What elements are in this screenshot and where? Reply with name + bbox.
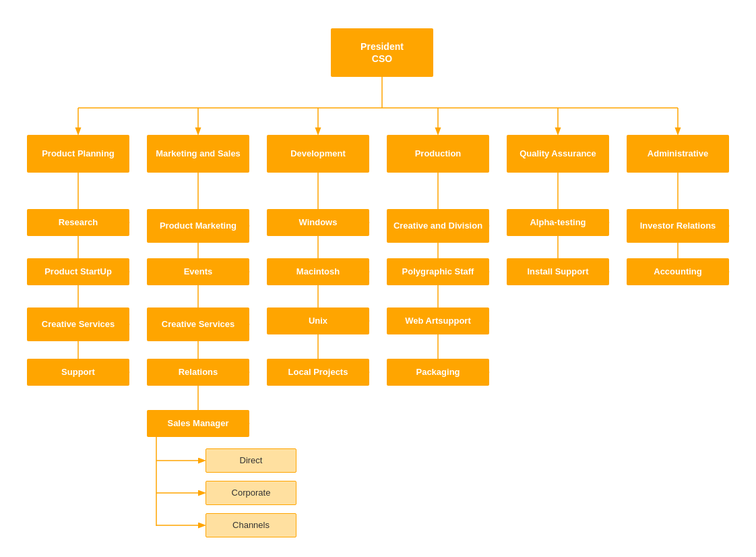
research-box: Research — [27, 209, 129, 236]
channels-box: Channels — [206, 513, 296, 537]
production-box: Production — [387, 135, 489, 173]
alpha-testing-box: Alpha-testing — [507, 209, 609, 236]
relations-box: Relations — [147, 359, 249, 386]
accounting-box: Accounting — [627, 258, 729, 285]
creative-services-1-box: Creative Services — [27, 307, 129, 341]
development-box: Development — [267, 135, 369, 173]
macintosh-box: Macintosh — [267, 258, 369, 285]
windows-box: Windows — [267, 209, 369, 236]
local-projects-box: Local Projects — [267, 359, 369, 386]
creative-division-box: Creative and Division — [387, 209, 489, 243]
product-marketing-box: Product Marketing — [147, 209, 249, 243]
packaging-box: Packaging — [387, 359, 489, 386]
sales-manager-box: Sales Manager — [147, 410, 249, 437]
polygraphic-staff-box: Polygraphic Staff — [387, 258, 489, 285]
direct-box: Direct — [206, 448, 296, 473]
product-startup-box: Product StartUp — [27, 258, 129, 285]
quality-assurance-box: Quality Assurance — [507, 135, 609, 173]
corporate-box: Corporate — [206, 481, 296, 505]
org-chart: President CSO Product Planning Marketing… — [0, 0, 756, 557]
marketing-sales-box: Marketing and Sales — [147, 135, 249, 173]
unix-box: Unix — [267, 307, 369, 334]
president-box: President CSO — [331, 28, 433, 77]
events-box: Events — [147, 258, 249, 285]
investor-relations-box: Investor Relations — [627, 209, 729, 243]
install-support-box: Install Support — [507, 258, 609, 285]
creative-services-2-box: Creative Services — [147, 307, 249, 341]
web-artsupport-box: Web Artsupport — [387, 307, 489, 334]
support-box: Support — [27, 359, 129, 386]
administrative-box: Administrative — [627, 135, 729, 173]
product-planning-box: Product Planning — [27, 135, 129, 173]
